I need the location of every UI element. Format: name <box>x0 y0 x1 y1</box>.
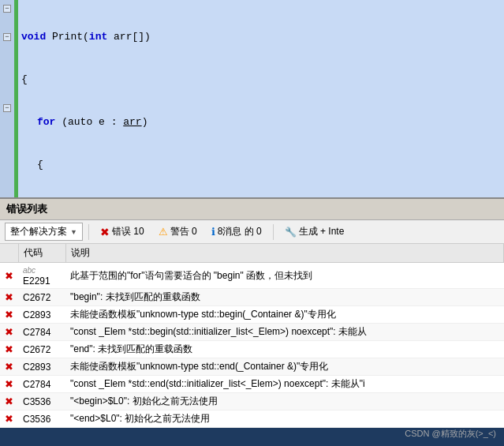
row-error-desc: "const _Elem *std::end(std::initializer_… <box>65 376 504 393</box>
row-error-desc: "end": 未找到匹配的重载函数 <box>65 341 504 358</box>
param: arr[]) <box>107 30 151 44</box>
keyword-void: void <box>21 30 52 44</box>
error-icon: ✖ <box>100 226 110 238</box>
warning-count-label: 警告 0 <box>170 225 197 238</box>
row-error-code: C2672 <box>18 341 65 358</box>
scope-dropdown-arrow: ▼ <box>70 228 77 236</box>
row-error-desc: "<begin>$L0": 初始化之前无法使用 <box>65 393 504 410</box>
row-error-desc: "const _Elem *std::begin(std::initialize… <box>65 324 504 341</box>
error-table-container: 代码 说明 ✖abcE2291此基于范围的"for"语句需要适合的 "begin… <box>0 244 504 428</box>
error-panel: 错误列表 整个解决方案 ▼ ✖ 错误 10 ⚠ 警告 0 ℹ 8消息 的 0 🔧… <box>0 197 504 428</box>
table-row[interactable]: ✖C3536"<begin>$L0": 初始化之前无法使用 <box>0 393 504 410</box>
table-row[interactable]: ✖C2784"const _Elem *std::begin(std::init… <box>0 324 504 341</box>
table-row[interactable]: ✖C2672"end": 未找到匹配的重载函数 <box>0 341 504 358</box>
collapse-btn-3[interactable]: − <box>3 33 11 41</box>
table-row[interactable]: ✖C2893未能使函数模板"unknown-type std::end(_Con… <box>0 358 504 376</box>
row-error-desc: "<end>$L0": 初始化之前无法使用 <box>65 410 504 428</box>
row-error-icon: ✖ <box>0 306 18 324</box>
code-gutter: − − − <box>0 0 14 197</box>
col-header-icon <box>0 244 18 263</box>
row-error-code: abcE2291 <box>18 263 65 289</box>
row-error-icon: ✖ <box>0 376 18 393</box>
code-line-1: void Print(int arr[]) <box>21 30 501 44</box>
row-error-icon: ✖ <box>0 358 18 376</box>
error-toolbar: 整个解决方案 ▼ ✖ 错误 10 ⚠ 警告 0 ℹ 8消息 的 0 🔧 生成 +… <box>0 220 504 244</box>
row-error-icon: ✖ <box>0 410 18 428</box>
watermark: CSDN @精致的灰(>_<) <box>405 428 496 440</box>
toolbar-separator-2 <box>273 224 274 240</box>
row-error-code: C2784 <box>18 376 65 393</box>
error-count-label: 错误 10 <box>112 225 144 238</box>
row-error-code: C3536 <box>18 410 65 428</box>
row-error-code: C2672 <box>18 289 65 306</box>
code-content: void Print(int arr[]) { for (auto e : ar… <box>18 0 504 197</box>
row-error-desc: "begin": 未找到匹配的重载函数 <box>65 289 504 306</box>
table-row[interactable]: ✖C2672"begin": 未找到匹配的重载函数 <box>0 289 504 306</box>
keyword-for: for <box>37 115 62 129</box>
row-error-icon: ✖ <box>0 393 18 410</box>
row-error-code: C3536 <box>18 393 65 410</box>
message-filter-btn[interactable]: ℹ 8消息 的 0 <box>206 223 267 241</box>
error-table-body: ✖abcE2291此基于范围的"for"语句需要适合的 "begin" 函数，但… <box>0 263 504 428</box>
code-editor: − − − void Print(int arr[]) { for <box>0 0 504 197</box>
row-error-desc: 未能使函数模板"unknown-type std::begin(_Contain… <box>65 306 504 324</box>
code-line-3: for (auto e : arr) <box>21 115 501 129</box>
row-error-icon: ✖ <box>0 263 18 289</box>
warning-icon: ⚠ <box>159 226 168 238</box>
table-row[interactable]: ✖C2893未能使函数模板"unknown-type std::begin(_C… <box>0 306 504 324</box>
build-label: 生成 + Inte <box>299 225 345 238</box>
scope-dropdown[interactable]: 整个解决方案 ▼ <box>5 223 83 241</box>
info-icon: ℹ <box>211 226 215 238</box>
row-error-desc: 未能使函数模板"unknown-type std::end(_Container… <box>65 358 504 376</box>
fn-print: Print( <box>52 30 89 44</box>
table-row[interactable]: ✖abcE2291此基于范围的"for"语句需要适合的 "begin" 函数，但… <box>0 263 504 289</box>
col-header-desc: 说明 <box>65 244 504 263</box>
warning-filter-btn[interactable]: ⚠ 警告 0 <box>153 223 203 241</box>
error-table: 代码 说明 ✖abcE2291此基于范围的"for"语句需要适合的 "begin… <box>0 244 504 428</box>
row-error-icon: ✖ <box>0 324 18 341</box>
code-line-2: { <box>21 73 501 87</box>
build-filter-btn[interactable]: 🔧 生成 + Inte <box>279 223 350 241</box>
table-row[interactable]: ✖C3536"<end>$L0": 初始化之前无法使用 <box>0 410 504 428</box>
error-panel-title: 错误列表 <box>0 199 504 220</box>
row-error-code: C2784 <box>18 324 65 341</box>
filter-icon: 🔧 <box>285 227 297 238</box>
table-row[interactable]: ✖C2784"const _Elem *std::end(std::initia… <box>0 376 504 393</box>
row-error-icon: ✖ <box>0 289 18 306</box>
row-error-desc: 此基于范围的"for"语句需要适合的 "begin" 函数，但未找到 <box>65 263 504 289</box>
toolbar-separator-1 <box>88 224 89 240</box>
col-header-code: 代码 <box>18 244 65 263</box>
error-filter-btn[interactable]: ✖ 错误 10 <box>95 223 150 241</box>
message-count-label: 8消息 的 0 <box>218 225 262 238</box>
var-arr: arr <box>123 115 141 129</box>
error-table-header: 代码 说明 <box>0 244 504 263</box>
scope-label: 整个解决方案 <box>10 225 67 238</box>
row-error-code: C2893 <box>18 358 65 376</box>
keyword-int: int <box>89 30 107 44</box>
code-line-4: { <box>21 158 501 172</box>
collapse-btn-1[interactable]: − <box>3 5 11 13</box>
row-error-code: C2893 <box>18 306 65 324</box>
row-error-icon: ✖ <box>0 341 18 358</box>
collapse-btn-8[interactable]: − <box>3 104 11 112</box>
